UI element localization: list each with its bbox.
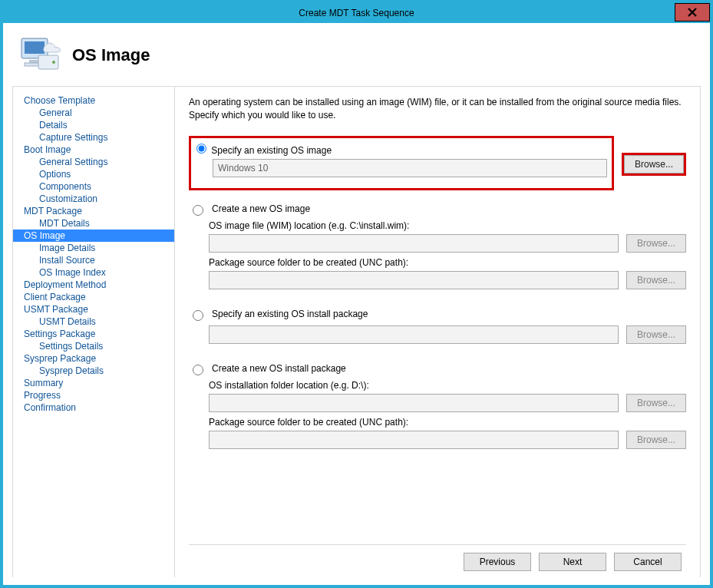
browse-wim-button[interactable]: Browse... xyxy=(626,234,686,253)
header: OS Image xyxy=(12,32,701,86)
existing-install-pkg-input[interactable] xyxy=(209,325,619,344)
sidebar-item-choose-template[interactable]: Choose Template xyxy=(13,94,174,107)
sidebar-item-sysprep-details[interactable]: Sysprep Details xyxy=(13,365,174,377)
opt2-radio-row: Create a new OS image xyxy=(189,203,686,216)
opt3-radio-row: Specify an existing OS install package xyxy=(189,308,686,321)
install-folder-input[interactable] xyxy=(209,394,619,412)
sidebar-item-image-details[interactable]: Image Details xyxy=(13,242,174,254)
opt4-radio-row: Create a new OS install package xyxy=(189,362,686,375)
sidebar-item-os-image[interactable]: OS Image xyxy=(13,230,174,242)
radio-create-install-pkg[interactable] xyxy=(193,365,203,375)
sidebar-item-capture-settings[interactable]: Capture Settings xyxy=(13,131,174,144)
sidebar-item-settings-details[interactable]: Settings Details xyxy=(13,340,174,352)
opt1-browse-highlight: Browse... xyxy=(622,153,686,176)
svg-rect-4 xyxy=(38,55,58,69)
wizard-window: Create MDT Task Sequence OS Image Choose… xyxy=(0,0,713,588)
opt3-block: Specify an existing OS install package B… xyxy=(189,308,686,349)
browse-pkg-src-1-button[interactable]: Browse... xyxy=(626,271,686,289)
opt2-field2-row: Browse... xyxy=(189,271,686,289)
opt4-block: Create a new OS install package OS insta… xyxy=(189,362,686,454)
body: OS Image Choose TemplateGeneralDetailsCa… xyxy=(3,23,710,585)
radio-create-image[interactable] xyxy=(193,205,203,216)
close-button[interactable] xyxy=(675,3,710,21)
opt1-label: Specify an existing OS image xyxy=(211,145,332,156)
opt2-field2-label: Package source folder to be created (UNC… xyxy=(209,257,686,268)
radio-existing-image[interactable] xyxy=(196,144,206,154)
content-area: Choose TemplateGeneralDetailsCapture Set… xyxy=(12,86,701,577)
sidebar-item-deployment-method[interactable]: Deployment Method xyxy=(13,279,174,291)
wim-location-input[interactable] xyxy=(209,234,619,253)
opt2-label: Create a new OS image xyxy=(212,203,310,214)
sidebar-item-boot-image[interactable]: Boot Image xyxy=(13,144,174,156)
main-panel: An operating system can be installed usi… xyxy=(175,87,700,577)
sidebar-item-install-source[interactable]: Install Source xyxy=(13,254,174,266)
sidebar-item-mdt-details[interactable]: MDT Details xyxy=(13,217,174,230)
footer: Previous Next Cancel xyxy=(189,544,686,571)
sidebar-item-usmt-package[interactable]: USMT Package xyxy=(13,303,174,315)
sidebar-item-options[interactable]: Options xyxy=(13,168,174,180)
sidebar-item-details[interactable]: Details xyxy=(13,119,174,131)
sidebar-item-confirmation[interactable]: Confirmation xyxy=(13,401,174,414)
opt3-label: Specify an existing OS install package xyxy=(212,309,368,319)
browse-install-folder-button[interactable]: Browse... xyxy=(626,394,686,412)
browse-existing-image-button[interactable]: Browse... xyxy=(624,155,684,173)
opt3-field-row: Browse... xyxy=(189,325,686,344)
opt2-field1-label: OS image file (WIM) location (e.g. C:\in… xyxy=(209,220,686,231)
radio-existing-install-pkg[interactable] xyxy=(193,310,203,321)
sidebar-item-progress[interactable]: Progress xyxy=(13,389,174,401)
close-icon xyxy=(688,8,697,17)
opt2-field1-row: Browse... xyxy=(189,234,686,253)
cancel-button[interactable]: Cancel xyxy=(614,553,682,571)
sidebar-item-general-settings[interactable]: General Settings xyxy=(13,156,174,168)
opt1-radio-row: Specify an existing OS image xyxy=(193,141,607,156)
titlebar: Create MDT Task Sequence xyxy=(3,3,710,23)
sidebar-item-general[interactable]: General xyxy=(13,107,174,119)
opt1-highlight: Specify an existing OS image xyxy=(189,136,614,190)
svg-point-5 xyxy=(52,61,55,64)
computer-icon xyxy=(17,35,61,75)
next-button[interactable]: Next xyxy=(539,553,606,571)
sidebar-item-settings-package[interactable]: Settings Package xyxy=(13,328,174,340)
browse-existing-install-pkg-button[interactable]: Browse... xyxy=(626,325,686,344)
sidebar-item-os-image-index[interactable]: OS Image Index xyxy=(13,266,174,279)
opt2-block: Create a new OS image OS image file (WIM… xyxy=(189,203,686,294)
pkg-src-input-1[interactable] xyxy=(209,271,619,289)
opt1-field-row xyxy=(193,159,607,177)
opt4-field1-label: OS installation folder location (e.g. D:… xyxy=(209,380,686,391)
window-title: Create MDT Task Sequence xyxy=(299,8,414,18)
existing-image-input[interactable] xyxy=(213,159,607,177)
sidebar-item-customization[interactable]: Customization xyxy=(13,193,174,205)
opt4-field1-row: Browse... xyxy=(189,394,686,412)
sidebar-item-client-package[interactable]: Client Package xyxy=(13,291,174,303)
sidebar: Choose TemplateGeneralDetailsCapture Set… xyxy=(13,87,175,577)
previous-button[interactable]: Previous xyxy=(464,553,531,571)
opt4-field2-label: Package source folder to be created (UNC… xyxy=(209,417,686,428)
opt1-row: Specify an existing OS image Browse... xyxy=(189,136,686,193)
svg-rect-1 xyxy=(25,41,45,54)
pkg-src-input-2[interactable] xyxy=(209,431,619,449)
opt4-field2-row: Browse... xyxy=(189,431,686,449)
browse-pkg-src-2-button[interactable]: Browse... xyxy=(626,431,686,449)
intro-text: An operating system can be installed usi… xyxy=(189,96,686,122)
sidebar-item-usmt-details[interactable]: USMT Details xyxy=(13,315,174,328)
sidebar-item-sysprep-package[interactable]: Sysprep Package xyxy=(13,352,174,365)
sidebar-item-mdt-package[interactable]: MDT Package xyxy=(13,205,174,217)
page-title: OS Image xyxy=(72,45,150,65)
sidebar-item-summary[interactable]: Summary xyxy=(13,377,174,389)
sidebar-item-components[interactable]: Components xyxy=(13,180,174,193)
opt4-label: Create a new OS install package xyxy=(212,363,346,374)
